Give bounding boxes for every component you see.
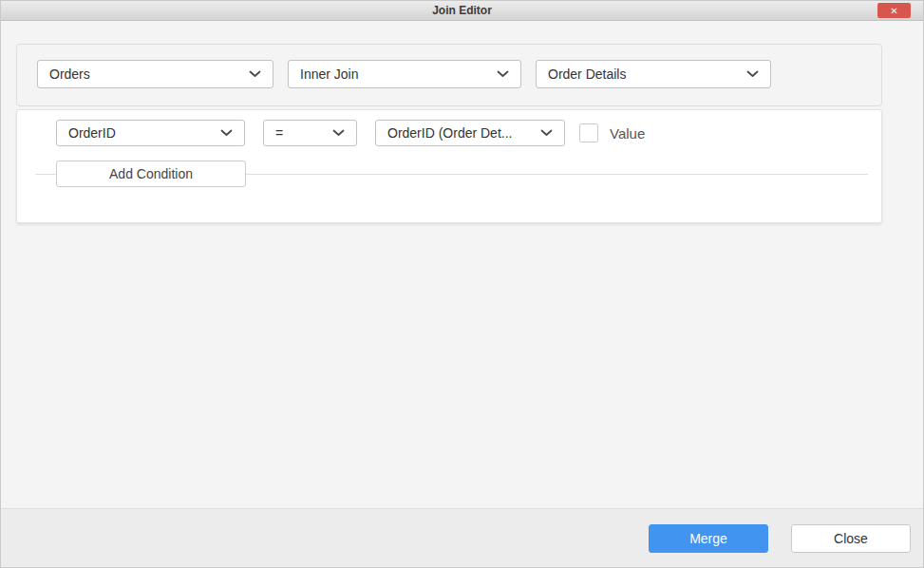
condition-operator-value: = [275,125,283,141]
close-dialog-button[interactable]: Close [791,524,911,553]
value-checkbox-group: Value [579,123,645,142]
chevron-down-icon [332,129,345,137]
value-label: Value [610,125,645,142]
chevron-down-icon [540,129,553,137]
merge-button[interactable]: Merge [649,524,768,553]
chevron-down-icon [497,70,509,78]
value-checkbox[interactable] [579,123,598,142]
chevron-down-icon [746,70,759,78]
condition-left-field-dropdown[interactable]: OrderID [56,120,245,146]
right-table-dropdown[interactable]: Order Details [536,60,771,88]
join-tables-panel: Orders Inner Join Order Details [16,44,882,106]
title-bar: Join Editor ✕ [1,1,923,21]
condition-left-field-value: OrderID [68,125,116,141]
left-table-value: Orders [49,66,90,82]
join-editor-dialog: Join Editor ✕ Orders Inner Join Order De… [0,0,924,568]
chevron-down-icon [220,129,233,137]
join-type-value: Inner Join [300,66,358,82]
add-condition-button[interactable]: Add Condition [56,161,246,187]
condition-right-field-dropdown[interactable]: OrderID (Order Det... [375,120,565,146]
dialog-footer: Merge Close [1,508,923,567]
join-type-dropdown[interactable]: Inner Join [288,60,521,88]
page-title: Join Editor [1,4,923,17]
close-icon: ✕ [890,6,897,16]
right-table-value: Order Details [548,66,626,82]
chevron-down-icon [249,70,261,78]
condition-operator-dropdown[interactable]: = [263,120,357,146]
condition-right-field-value: OrderID (Order Det... [387,125,512,141]
left-table-dropdown[interactable]: Orders [37,60,273,88]
close-button[interactable]: ✕ [877,3,911,18]
join-condition-panel: OrderID = OrderID (Order Det... Value Ad… [16,109,882,223]
